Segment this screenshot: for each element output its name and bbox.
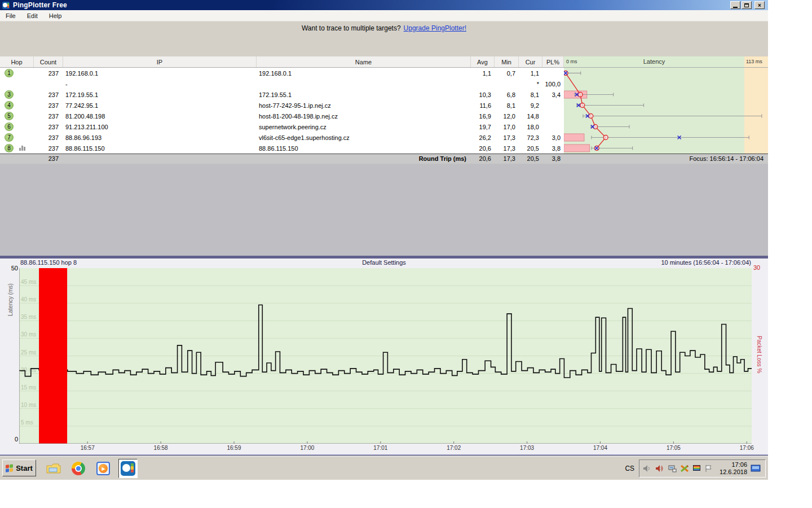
header-min[interactable]: Min (495, 56, 519, 67)
roundtrip-pl: 3,8 (542, 155, 561, 162)
table-row[interactable]: 3237172.19.55.1172.19.55.110,36,88,13,4 (0, 89, 564, 100)
timeline-settings-label: Default Settings (0, 259, 768, 266)
hop-name: host-77-242-95-1.ip.nej.cz (257, 102, 471, 109)
header-count[interactable]: Count (34, 56, 63, 67)
header-cur[interactable]: Cur (519, 56, 542, 67)
header-pl[interactable]: PL% (542, 56, 564, 67)
hop-cur: 72,3 (519, 134, 542, 141)
packet-loss-band (39, 268, 67, 444)
pingplotter-launcher[interactable] (118, 459, 138, 478)
roundtrip-cur: 20,5 (519, 155, 539, 162)
hop-count: 237 (34, 113, 63, 120)
roundtrip-count: 237 (34, 155, 63, 162)
toolbar: ▼ ▶ ▼ Interval 2,5 seconds ▼ Focus Auto … (0, 35, 768, 56)
volume-alt-icon[interactable] (655, 465, 664, 472)
table-row[interactable]: 423777.242.95.1host-77-242-95-1.ip.nej.c… (0, 100, 564, 111)
avg-marker (578, 93, 582, 97)
focus-range-text: Focus: 16:56:14 - 17:06:04 (690, 155, 764, 162)
hop-ip: - (63, 81, 257, 87)
time-tick-label: 17:04 (589, 445, 611, 451)
table-row[interactable]: 823788.86.115.15088.86.115.15020,617,320… (0, 143, 564, 154)
minimize-button[interactable] (730, 1, 740, 9)
language-indicator[interactable]: CS (625, 465, 634, 472)
hop-cur: * (519, 81, 542, 87)
display-icon[interactable] (692, 465, 701, 472)
time-tick-label: 16:59 (223, 445, 245, 451)
menu-file[interactable]: File (0, 11, 21, 20)
flag-icon[interactable] (705, 465, 713, 472)
time-tick-label: 17:06 (735, 445, 758, 451)
table-row[interactable]: 723788.86.96.193vl6sit-c65-edge1.superho… (0, 132, 564, 143)
roundtrip-min: 17,3 (495, 155, 515, 162)
table-row[interactable]: 623791.213.211.100supernetwork.peering.c… (0, 121, 564, 132)
file-explorer-icon (46, 462, 61, 475)
table-row[interactable]: 1237192.168.0.1192.168.0.11,10,71,1 (0, 68, 564, 78)
header-hop[interactable]: Hop (0, 56, 34, 67)
graphed-hop-icon (19, 146, 25, 151)
network-icon[interactable] (668, 465, 677, 472)
upgrade-link[interactable]: Upgrade PingPlotter! (404, 24, 466, 32)
show-desktop-icon[interactable] (751, 464, 762, 473)
restore-button[interactable] (742, 1, 752, 9)
time-tick-label: 17:03 (516, 445, 539, 451)
hop-name: host-81-200-48-198.ip.nej.cz (257, 113, 471, 120)
banner-text: Want to trace to multiple targets? (302, 24, 401, 32)
hop-latency-minigraph[interactable] (564, 68, 768, 154)
taskbar: Start ▶ CS 17:06 12.6.2018 (0, 456, 768, 480)
titlebar[interactable]: PingPlotter Free × (0, 0, 768, 10)
header-latency: 0 ms Latency 113 ms (564, 56, 768, 68)
start-label: Start (16, 464, 33, 472)
start-button[interactable]: Start (2, 459, 36, 476)
hop-packetloss: 3,4 (542, 91, 564, 98)
timeline-header: 88.86.115.150 hop 8 Default Settings 10 … (0, 259, 768, 268)
menu-edit[interactable]: Edit (21, 11, 43, 20)
hop-cur: 18,0 (519, 124, 542, 130)
file-explorer-launcher[interactable] (44, 459, 63, 478)
hop-avg: 19,7 (471, 124, 495, 130)
time-tick-label: 17:00 (296, 445, 319, 451)
latency-scale-right: 113 ms (746, 59, 762, 64)
menu-help[interactable]: Help (43, 11, 68, 20)
clock[interactable]: 17:06 12.6.2018 (720, 461, 747, 476)
hop-count: 237 (34, 91, 63, 98)
window-title: PingPlotter Free (13, 1, 67, 9)
loss-bar (564, 144, 590, 152)
table-row[interactable]: 523781.200.48.198host-81-200-48-198.ip.n… (0, 111, 564, 121)
loss-bar (564, 134, 584, 141)
media-player-icon: ▶ (96, 462, 110, 475)
hop-badge: 7 (5, 133, 14, 142)
latency-timeline-chart[interactable]: 45 ms40 ms35 ms30 ms25 ms20 ms15 ms10 ms… (19, 268, 752, 444)
hop-min: 12,0 (495, 113, 519, 120)
media-player-launcher[interactable]: ▶ (94, 459, 113, 478)
time-tick-label: 17:01 (369, 445, 392, 451)
hop-badge: 1 (5, 69, 14, 77)
latency-scale-title: Latency (564, 58, 744, 65)
restore-icon (744, 3, 749, 7)
hop-cur: 8,1 (519, 91, 542, 98)
hop-ip: 77.242.95.1 (63, 102, 257, 109)
volume-icon[interactable] (643, 465, 652, 472)
chrome-launcher[interactable] (69, 459, 88, 478)
hop-avg: 26,2 (471, 134, 495, 141)
hop-avg: 10,3 (471, 91, 495, 98)
svg-text:20 ms: 20 ms (21, 367, 36, 373)
hop-ip: 88.86.115.150 (63, 145, 257, 152)
header-name[interactable]: Name (257, 56, 471, 67)
hop-avg: 11,6 (471, 102, 495, 109)
time-tick-label: 16:57 (76, 445, 99, 451)
close-button[interactable]: × (754, 1, 765, 9)
yaxis-packetloss-max: 30 (753, 264, 760, 271)
table-row[interactable]: -*100,0 (0, 78, 564, 89)
header-ip[interactable]: IP (63, 56, 257, 67)
header-avg[interactable]: Avg (471, 56, 495, 67)
pingplotter-window: PingPlotter Free × File Edit Help Want t… (0, 0, 768, 456)
roundtrip-avg: 20,6 (471, 155, 491, 162)
upgrade-banner: Want to trace to multiple targets? Upgra… (0, 21, 768, 35)
hop-ip: 88.86.96.193 (63, 134, 257, 141)
hop-name: 88.86.115.150 (257, 145, 471, 152)
hop-min: 17,3 (495, 134, 519, 141)
hop-count: 237 (34, 134, 63, 141)
antivirus-icon[interactable] (680, 465, 689, 472)
hop-cur: 1,1 (519, 70, 542, 77)
hop-cur: 9,2 (519, 102, 542, 109)
